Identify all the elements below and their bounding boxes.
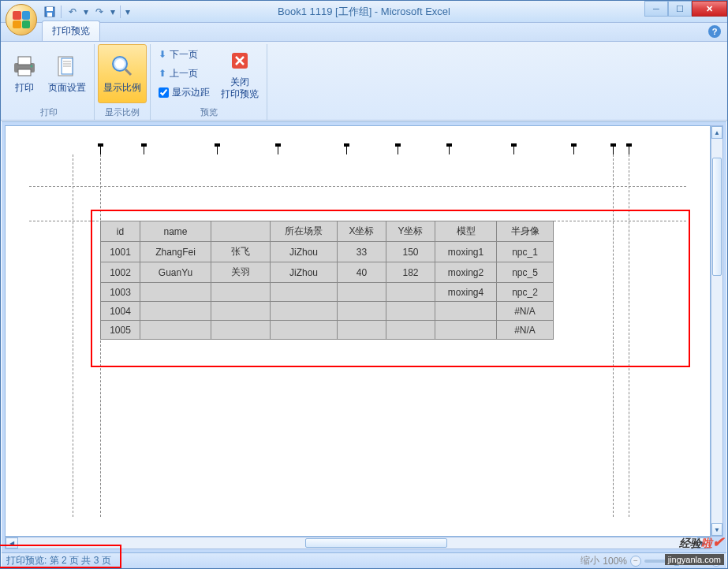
watermark-url: jingyanla.com <box>665 554 724 565</box>
page-setup-icon <box>54 54 80 79</box>
scroll-left-button[interactable]: ◀ <box>6 537 18 549</box>
close-icon: ✕ <box>706 4 713 14</box>
header-id: id <box>101 221 140 242</box>
svg-point-6 <box>31 65 33 68</box>
save-button[interactable] <box>42 4 58 20</box>
app-window: ↶ ▾ ↷ ▾ ▾ Book1 1119 [工作组] - Microsoft E… <box>0 0 728 569</box>
table-row: 1001 ZhangFei 张飞 JiZhou 33 150 moxing1 n… <box>101 242 554 262</box>
table-row: 1002 GuanYu 关羽 JiZhou 40 182 moxing2 npc… <box>101 262 554 283</box>
margin-marker[interactable] <box>346 147 347 154</box>
check-icon: ✔ <box>712 534 724 550</box>
redo-button[interactable]: ↷ <box>91 4 107 20</box>
minimize-button[interactable]: ─ <box>644 1 668 17</box>
margin-marker[interactable] <box>513 147 514 154</box>
table-row: 1004 #N/A <box>101 302 554 321</box>
title-bar: ↶ ▾ ↷ ▾ ▾ Book1 1119 [工作组] - Microsoft E… <box>1 1 727 23</box>
office-button[interactable] <box>6 4 37 35</box>
preview-page: id name 所在场景 X坐标 Y坐标 模型 半身像 1001 <box>29 154 686 517</box>
header-cn <box>211 221 271 242</box>
svg-rect-5 <box>18 69 31 76</box>
margin-marker[interactable] <box>613 147 614 154</box>
horizontal-scrollbar[interactable]: ◀ ▶ <box>5 537 711 549</box>
next-page-button[interactable]: ⬇ 下一页 <box>155 46 213 63</box>
margin-marker[interactable] <box>100 147 101 154</box>
qat-customize[interactable]: ▾ <box>124 4 132 20</box>
ribbon-group-print: 打印 页面设置 打印 <box>4 44 95 120</box>
printer-icon <box>12 54 37 79</box>
help-button[interactable]: ? <box>708 25 721 38</box>
table-row: 1005 #N/A <box>101 321 554 340</box>
redo-dropdown[interactable]: ▾ <box>109 4 117 20</box>
header-avatar: 半身像 <box>497 221 554 242</box>
arrow-down-icon: ⬇ <box>159 49 166 60</box>
magnifier-icon <box>110 54 135 79</box>
print-button[interactable]: 打印 <box>7 44 42 103</box>
undo-icon: ↶ <box>69 6 77 17</box>
header-x: X坐标 <box>338 221 386 242</box>
margin-guide[interactable] <box>629 154 629 517</box>
tab-print-preview[interactable]: 打印预览 <box>42 20 100 41</box>
show-margins-input[interactable] <box>159 87 169 98</box>
undo-button[interactable]: ↶ <box>65 4 80 20</box>
svg-point-13 <box>115 59 125 69</box>
show-margins-checkbox[interactable]: 显示边距 <box>155 84 213 101</box>
arrow-up-icon: ⬆ <box>159 68 166 79</box>
zoom-out-button[interactable]: − <box>630 556 641 567</box>
maximize-button[interactable]: ☐ <box>668 1 692 17</box>
page-setup-button[interactable]: 页面设置 <box>43 44 91 103</box>
undo-dropdown[interactable]: ▾ <box>82 4 90 20</box>
margin-marker[interactable] <box>449 147 450 154</box>
horizontal-ruler <box>6 126 710 154</box>
close-preview-button[interactable]: 关闭 打印预览 <box>216 44 263 103</box>
redo-icon: ↷ <box>95 6 103 17</box>
zoom-label: 缩小 <box>581 554 599 567</box>
margin-guide[interactable] <box>29 186 686 187</box>
margin-guide[interactable] <box>613 154 614 517</box>
maximize-icon: ☐ <box>676 4 684 14</box>
ribbon-tabs: 打印预览 ? <box>1 23 727 42</box>
minimize-icon: ─ <box>653 4 659 13</box>
window-controls: ─ ☐ ✕ <box>644 1 727 17</box>
prev-page-button[interactable]: ⬆ 上一页 <box>155 65 213 82</box>
vertical-scrollbar[interactable]: ▲ ▼ <box>711 125 723 537</box>
close-preview-icon <box>227 48 252 73</box>
status-page-info: 打印预览: 第 2 页 共 3 页 <box>6 554 581 567</box>
save-icon <box>44 6 55 17</box>
help-icon: ? <box>712 27 718 36</box>
zoom-button[interactable]: 显示比例 <box>98 44 147 103</box>
header-scene: 所在场景 <box>271 221 338 242</box>
table-header-row: id name 所在场景 X坐标 Y坐标 模型 半身像 <box>101 221 554 242</box>
margin-marker[interactable] <box>398 147 398 154</box>
margin-marker[interactable] <box>144 147 144 154</box>
scroll-up-button[interactable]: ▲ <box>711 126 722 139</box>
table-row: 1003 moxing4 npc_2 <box>101 283 554 302</box>
quick-access-toolbar: ↶ ▾ ↷ ▾ ▾ <box>42 1 132 22</box>
watermark-logo: 经验啦✔ <box>679 534 724 551</box>
header-model: 模型 <box>435 221 497 242</box>
margin-marker[interactable] <box>629 147 629 154</box>
ribbon-group-preview: ⬇ 下一页 ⬆ 上一页 显示边距 关闭 打 <box>151 44 267 120</box>
status-bar: 打印预览: 第 2 页 共 3 页 缩小 100% − + <box>2 552 726 568</box>
header-y: Y坐标 <box>386 221 435 242</box>
preview-area: id name 所在场景 X坐标 Y坐标 模型 半身像 1001 <box>2 121 726 552</box>
header-name: name <box>140 221 211 242</box>
margin-marker[interactable] <box>573 147 574 154</box>
vertical-scroll-thumb[interactable] <box>712 158 722 276</box>
svg-rect-4 <box>18 57 31 65</box>
preview-scroll-container[interactable]: id name 所在场景 X坐标 Y坐标 模型 半身像 1001 <box>5 125 711 537</box>
svg-rect-2 <box>47 13 52 17</box>
ribbon: 打印 页面设置 打印 显示比例 显 <box>1 42 727 121</box>
ribbon-group-zoom: 显示比例 显示比例 <box>95 44 151 120</box>
close-button[interactable]: ✕ <box>692 1 727 17</box>
svg-rect-1 <box>47 7 53 11</box>
svg-line-14 <box>125 69 131 75</box>
office-logo-icon <box>13 11 30 28</box>
margin-marker[interactable] <box>217 147 218 154</box>
margin-marker[interactable] <box>278 147 278 154</box>
zoom-percent: 100% <box>603 556 627 567</box>
margin-guide[interactable] <box>73 154 73 517</box>
horizontal-scroll-thumb[interactable] <box>305 538 447 548</box>
data-table: id name 所在场景 X坐标 Y坐标 模型 半身像 1001 <box>100 221 554 340</box>
